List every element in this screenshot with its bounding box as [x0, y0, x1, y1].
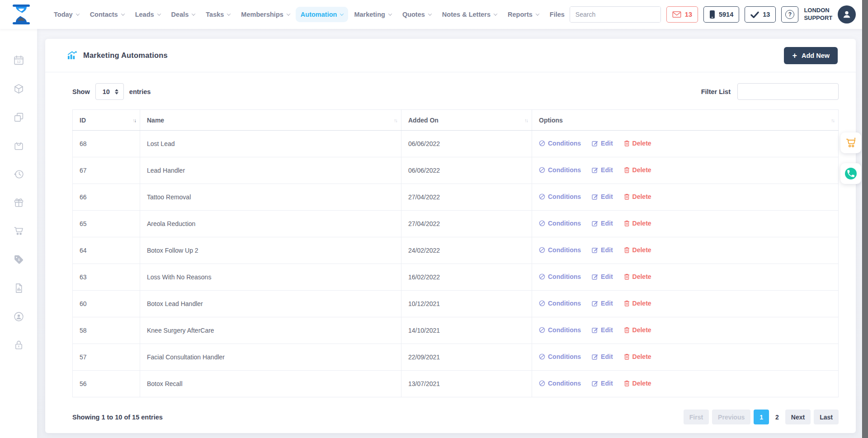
conditions-icon — [539, 380, 545, 386]
nav-item-quotes[interactable]: Quotes — [397, 7, 436, 22]
edit-link[interactable]: Edit — [592, 166, 613, 174]
page-title: Marketing Automations — [83, 51, 168, 60]
mail-badge-button[interactable]: 13 — [666, 6, 698, 23]
conditions-link[interactable]: Conditions — [539, 166, 581, 174]
cell-name: Botox Follow Up 2 — [140, 237, 401, 264]
edit-icon — [592, 353, 598, 360]
previous-page-button[interactable]: Previous — [712, 410, 750, 424]
edit-link[interactable]: Edit — [592, 353, 613, 360]
next-page-button[interactable]: Next — [785, 410, 811, 424]
sidebar-bag-button[interactable] — [12, 140, 25, 151]
conditions-link[interactable]: Conditions — [539, 140, 581, 147]
browser-scrollbar[interactable] — [862, 0, 868, 438]
nav-item-notes-letters[interactable]: Notes & Letters — [437, 7, 502, 22]
cell-name: Lost Lead — [140, 131, 401, 157]
delete-link[interactable]: Delete — [624, 246, 651, 254]
nav-item-deals[interactable]: Deals — [166, 7, 200, 22]
table-footer: Showing 1 to 10 of 15 entries First Prev… — [72, 410, 839, 424]
edit-link[interactable]: Edit — [592, 380, 613, 387]
column-header-added-on[interactable]: Added On↑↓ — [401, 110, 532, 131]
sidebar-history-button[interactable] — [12, 168, 25, 180]
search-input[interactable] — [570, 7, 661, 22]
edit-link[interactable]: Edit — [592, 300, 613, 307]
page-2-button[interactable]: 2 — [772, 410, 782, 424]
cell-name: Areola Reduction — [140, 211, 401, 237]
page-size-select[interactable]: 10 — [95, 83, 124, 100]
lock-icon — [13, 339, 24, 351]
delete-link[interactable]: Delete — [624, 300, 651, 307]
column-header-name[interactable]: Name↑↓ — [140, 110, 401, 131]
conditions-link[interactable]: Conditions — [539, 353, 581, 360]
chevron-down-icon — [75, 12, 79, 15]
filter-input[interactable] — [737, 83, 839, 100]
sidebar-products-button[interactable] — [12, 83, 25, 94]
floating-buttons — [840, 132, 861, 184]
delete-link[interactable]: Delete — [624, 273, 651, 280]
conditions-link[interactable]: Conditions — [539, 300, 581, 307]
sidebar-pricing-button[interactable]: $ — [12, 254, 25, 265]
nav-item-reports[interactable]: Reports — [503, 7, 544, 22]
edit-link[interactable]: Edit — [592, 246, 613, 254]
conditions-link[interactable]: Conditions — [539, 246, 581, 254]
add-new-button[interactable]: + Add New — [784, 47, 838, 64]
edit-link[interactable]: Edit — [592, 140, 613, 147]
tasks-badge-button[interactable]: 13 — [745, 6, 776, 23]
help-button[interactable]: ? — [781, 6, 798, 23]
table-row: 57 Facial Consultation Handler 22/09/202… — [73, 344, 839, 371]
nav-item-memberships[interactable]: Memberships — [236, 7, 294, 22]
trash-icon — [624, 300, 630, 306]
nav-item-tasks[interactable]: Tasks — [201, 7, 235, 22]
mail-count: 13 — [685, 11, 692, 18]
trash-icon — [624, 327, 630, 333]
sidebar-security-button[interactable] — [12, 339, 25, 351]
edit-link[interactable]: Edit — [592, 326, 613, 334]
conditions-link[interactable]: Conditions — [539, 193, 581, 200]
delete-link[interactable]: Delete — [624, 193, 651, 200]
first-page-button[interactable]: First — [684, 410, 709, 424]
nav-item-files[interactable]: Files — [545, 7, 570, 22]
conditions-link[interactable]: Conditions — [539, 380, 581, 387]
main-nav: Today Contacts Leads Deals Tasks Members… — [49, 7, 570, 22]
phone-float-button[interactable] — [840, 163, 861, 184]
sidebar-cart-button[interactable] — [12, 225, 25, 237]
calendar-12-icon: 12 — [13, 55, 24, 66]
cell-added-on: 24/02/2022 — [401, 237, 532, 264]
conditions-icon — [539, 353, 545, 360]
chevron-down-icon — [227, 12, 231, 15]
avatar[interactable] — [838, 5, 856, 24]
cart-float-button[interactable] — [840, 132, 861, 153]
table-row: 64 Botox Follow Up 2 24/02/2022 Conditio… — [73, 237, 839, 264]
delete-link[interactable]: Delete — [624, 220, 651, 227]
card-body: Show 10 entries Filter List ID↑↓ Name↑↓ … — [45, 72, 856, 424]
last-page-button[interactable]: Last — [814, 410, 839, 424]
nav-item-leads[interactable]: Leads — [130, 7, 165, 22]
conditions-link[interactable]: Conditions — [539, 326, 581, 334]
sidebar-calendar-button[interactable]: 12 — [12, 54, 25, 66]
page-1-button[interactable]: 1 — [754, 410, 769, 424]
delete-link[interactable]: Delete — [624, 326, 651, 334]
edit-link[interactable]: Edit — [592, 273, 613, 280]
search-box — [570, 6, 661, 23]
brand-logo[interactable] — [10, 4, 33, 25]
sidebar-users-button[interactable] — [12, 311, 25, 322]
nav-item-contacts[interactable]: Contacts — [85, 7, 129, 22]
calls-badge-button[interactable]: 5914 — [703, 6, 739, 23]
delete-link[interactable]: Delete — [624, 140, 651, 147]
nav-item-marketing[interactable]: Marketing — [349, 7, 396, 22]
column-header-options[interactable]: Options↑↓ — [532, 110, 839, 131]
delete-link[interactable]: Delete — [624, 353, 651, 360]
edit-link[interactable]: Edit — [592, 193, 613, 200]
conditions-link[interactable]: Conditions — [539, 273, 581, 280]
sidebar-reports-button[interactable] — [12, 282, 25, 294]
pages-icon — [13, 112, 24, 123]
edit-link[interactable]: Edit — [592, 220, 613, 227]
sidebar-gift-button[interactable] — [12, 197, 25, 208]
delete-link[interactable]: Delete — [624, 380, 651, 387]
delete-link[interactable]: Delete — [624, 166, 651, 174]
nav-item-automation[interactable]: Automation — [296, 7, 349, 22]
nav-item-today[interactable]: Today — [49, 7, 84, 22]
sidebar-copy-button[interactable] — [12, 111, 25, 123]
conditions-link[interactable]: Conditions — [539, 220, 581, 227]
chevron-down-icon — [287, 12, 290, 15]
column-header-id[interactable]: ID↑↓ — [73, 110, 140, 131]
